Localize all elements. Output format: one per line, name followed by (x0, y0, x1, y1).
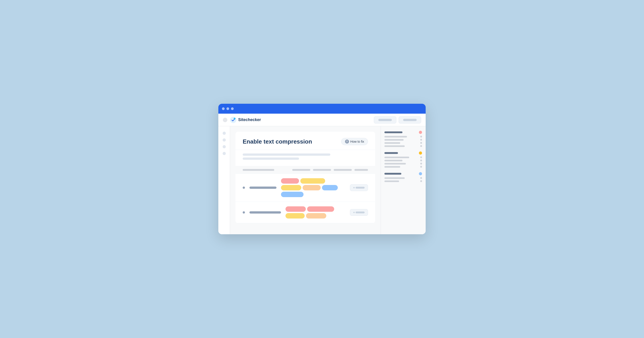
table-row (236, 202, 375, 223)
card-title: Enable text compression (243, 138, 312, 145)
rs-item (384, 142, 422, 144)
how-to-fix-label: How to fix (350, 140, 364, 143)
rs-bar (384, 166, 400, 168)
desc-line-2 (243, 158, 299, 160)
rs-item (384, 145, 422, 147)
rs-bar (384, 180, 399, 182)
row-action-2[interactable] (350, 209, 368, 216)
tag-pink-3 (307, 206, 334, 212)
table-header-row (236, 166, 375, 174)
rs-bar (384, 145, 405, 147)
rs-dot (420, 166, 422, 168)
row-action-1[interactable] (350, 184, 368, 191)
th-2 (292, 169, 310, 171)
browser-titlebar (218, 104, 426, 114)
rs-badge-1 (419, 131, 422, 134)
th-1 (243, 169, 274, 171)
rs-dot (420, 180, 422, 182)
rs-bar (384, 136, 407, 138)
svg-point-1 (234, 118, 236, 120)
question-icon: ? (345, 140, 349, 144)
sidebar-dot-4 (223, 152, 226, 155)
rs-item (384, 180, 422, 182)
rs-title-3 (384, 173, 401, 175)
rs-item (384, 177, 422, 179)
rs-dot (420, 157, 422, 158)
logo-icon (230, 117, 236, 123)
content-card: Enable text compression ? How to fix (236, 132, 375, 223)
rs-item (384, 157, 422, 158)
tag-peach-2 (306, 213, 326, 218)
browser-window: Sitechecker Enable text compression (218, 104, 426, 234)
nav-button-2[interactable] (398, 116, 421, 124)
table-row (236, 174, 375, 202)
rs-item (384, 163, 422, 165)
rs-dot (420, 177, 422, 179)
row-label-2 (250, 211, 281, 213)
rs-dot (420, 163, 422, 165)
rs-badge-2 (419, 152, 422, 155)
card-description (236, 150, 375, 166)
th-5 (354, 169, 368, 171)
browser-body: Enable text compression ? How to fix (218, 126, 426, 234)
action-line-1 (356, 187, 364, 188)
card-header: Enable text compression ? How to fix (236, 132, 375, 150)
right-sidebar (380, 126, 426, 234)
desc-line-1 (243, 154, 330, 156)
nav-button-1[interactable] (374, 116, 396, 124)
window-dot-1 (222, 107, 225, 110)
tag-pink-2 (286, 206, 306, 212)
row-tags-2 (286, 206, 346, 218)
row-indicator-1 (243, 186, 245, 189)
nav-buttons (374, 116, 421, 124)
nav-circle (223, 118, 227, 122)
rs-dot (420, 145, 422, 147)
tag-peach-1 (302, 185, 321, 190)
svg-point-0 (230, 117, 236, 123)
th-3 (313, 169, 331, 171)
rs-header-3 (384, 172, 422, 175)
rs-bar (384, 139, 404, 141)
rs-bar (384, 157, 409, 158)
window-dot-2 (226, 107, 229, 110)
action-line-2 (356, 211, 364, 213)
row-label-1 (250, 186, 276, 189)
sidebar-dot-1 (223, 132, 226, 135)
rs-bar (384, 177, 405, 179)
left-sidebar (218, 126, 230, 234)
tag-blue-1 (322, 185, 338, 190)
rs-header-2 (384, 152, 422, 155)
tag-pink-1 (281, 178, 299, 184)
nav-btn-inner-2 (403, 119, 417, 121)
rs-title-1 (384, 131, 402, 133)
rs-section-3 (384, 172, 422, 182)
tag-orange-3 (286, 213, 305, 218)
rs-item (384, 160, 422, 161)
rs-title-2 (384, 152, 398, 154)
sidebar-dot-2 (223, 138, 226, 142)
rs-item (384, 166, 422, 168)
row-indicator-2 (243, 211, 245, 213)
rs-dot (420, 139, 422, 141)
rs-bar (384, 142, 400, 144)
table-section (236, 166, 375, 223)
rs-item (384, 139, 422, 141)
rs-badge-3 (419, 172, 422, 175)
window-dot-3 (231, 107, 234, 110)
row-tags-1 (281, 178, 346, 197)
rs-section-1 (384, 131, 422, 147)
tag-orange-2 (281, 185, 301, 190)
th-4 (334, 169, 352, 171)
rs-bar (384, 160, 402, 161)
rs-header-1 (384, 131, 422, 134)
tag-orange-1 (300, 178, 325, 184)
rs-section-2 (384, 152, 422, 168)
tag-blue-2 (281, 192, 304, 197)
rs-dot (420, 136, 422, 138)
rs-item (384, 136, 422, 138)
main-content: Enable text compression ? How to fix (230, 126, 380, 234)
browser-nav: Sitechecker (218, 114, 426, 126)
how-to-fix-button[interactable]: ? How to fix (341, 138, 368, 145)
nav-btn-inner-1 (378, 119, 392, 121)
rs-dot (420, 160, 422, 161)
